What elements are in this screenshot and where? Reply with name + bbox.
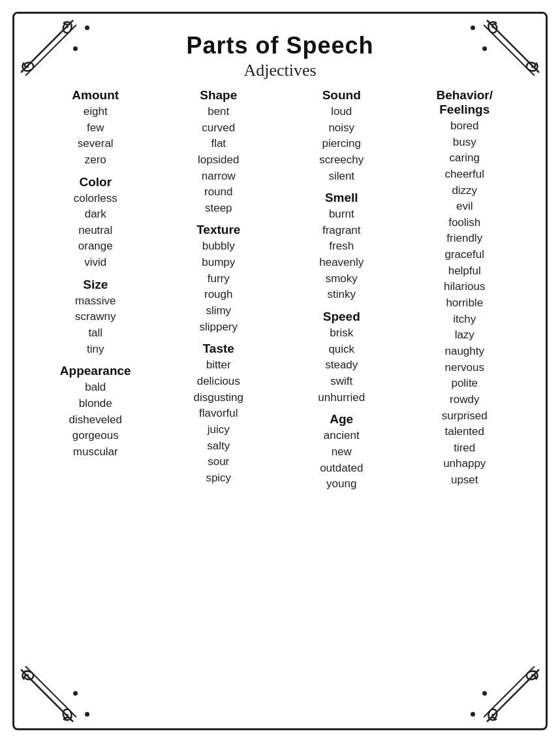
category-title: Smell	[284, 191, 399, 205]
word-item: horrible	[407, 295, 523, 312]
word-item: orange	[38, 238, 153, 255]
word-item: juicy	[161, 422, 277, 438]
word-item: smoky	[284, 271, 399, 287]
word-item: upset	[407, 472, 523, 489]
word-item: flat	[161, 136, 277, 152]
word-item: loud	[284, 104, 399, 120]
category-shape: Shapebentcurvedflatlopsidednarrowroundst…	[161, 88, 277, 216]
word-item: rowdy	[407, 392, 523, 408]
word-item: sour	[161, 454, 277, 470]
word-item: helpful	[407, 263, 523, 280]
dot-decoration	[85, 25, 89, 30]
word-item: stinky	[284, 287, 399, 303]
page-header: Parts of Speech Adjectives	[34, 32, 526, 80]
word-item: slimy	[161, 303, 277, 319]
content-columns: AmounteightfewseveralzeroColorcolorlessd…	[34, 88, 526, 715]
svg-line-6	[487, 669, 539, 722]
word-item: steep	[161, 201, 277, 217]
word-item: furry	[161, 271, 277, 287]
column-2: Shapebentcurvedflatlopsidednarrowroundst…	[157, 88, 281, 715]
word-item: talented	[407, 424, 523, 440]
word-item: neutral	[38, 223, 153, 239]
word-item: steady	[284, 357, 399, 374]
word-item: zero	[38, 152, 153, 169]
word-item: screechy	[284, 152, 399, 169]
word-item: slippery	[161, 319, 277, 336]
word-item: quick	[284, 342, 399, 358]
category-title: Color	[38, 175, 153, 189]
word-item: caring	[407, 150, 523, 167]
word-item: burnt	[284, 206, 399, 223]
word-item: few	[38, 120, 153, 137]
corner-decoration-br	[484, 666, 542, 725]
category-title: Sound	[284, 88, 399, 103]
word-item: rough	[161, 287, 277, 303]
word-item: friendly	[407, 231, 523, 247]
column-4: Behavior/ Feelingsboredbusycaringcheerfu…	[403, 88, 527, 715]
category-texture: Texturebubblybumpyfurryroughslimyslipper…	[161, 223, 277, 335]
word-item: bored	[407, 118, 523, 135]
category-appearance: Appearancebaldblondedisheveledgorgeousmu…	[38, 364, 153, 460]
word-item: bumpy	[161, 255, 277, 271]
corner-decoration-tr	[484, 17, 542, 76]
category-title: Amount	[38, 88, 153, 103]
category-color: Colorcolorlessdarkneutralorangevivid	[38, 175, 153, 271]
category-title: Behavior/ Feelings	[407, 88, 523, 117]
word-item: heavenly	[284, 255, 399, 271]
word-item: colorless	[38, 191, 153, 207]
column-3: SoundloudnoisypiercingscreechysilentSmel…	[280, 88, 403, 715]
word-item: busy	[407, 135, 523, 151]
word-item: evil	[407, 199, 523, 215]
svg-line-0	[21, 20, 73, 73]
category-smell: Smellburntfragrantfreshheavenlysmokystin…	[284, 191, 399, 303]
word-item: eight	[38, 104, 153, 120]
word-item: bent	[161, 104, 277, 120]
word-item: naughty	[407, 344, 523, 360]
dot-decoration	[471, 712, 475, 717]
dot-decoration	[73, 46, 78, 51]
corner-decoration-tl	[18, 17, 76, 76]
word-item: cheerful	[407, 167, 523, 183]
word-item: delicious	[161, 374, 277, 390]
category-title: Taste	[161, 342, 277, 356]
word-item: lazy	[407, 327, 523, 344]
page-title: Parts of Speech	[34, 32, 526, 59]
word-item: surprised	[407, 408, 523, 425]
category-behavior--feelings: Behavior/ Feelingsboredbusycaringcheerfu…	[407, 88, 523, 489]
page: Parts of Speech Adjectives Amounteightfe…	[12, 12, 548, 730]
word-item: young	[284, 476, 399, 492]
dot-decoration	[482, 46, 487, 51]
category-title: Shape	[161, 88, 277, 103]
word-item: lopsided	[161, 152, 277, 169]
word-item: unhurried	[284, 390, 399, 406]
column-1: AmounteightfewseveralzeroColorcolorlessd…	[34, 88, 157, 715]
word-item: scrawny	[38, 309, 153, 325]
word-item: ancient	[284, 428, 399, 444]
word-item: dark	[38, 206, 153, 223]
word-item: fragrant	[284, 223, 399, 239]
word-item: disgusting	[161, 390, 277, 406]
word-item: spicy	[161, 470, 277, 487]
word-item: narrow	[161, 169, 277, 185]
word-item: polite	[407, 376, 523, 392]
word-item: salty	[161, 438, 277, 455]
word-item: vivid	[38, 255, 153, 271]
word-item: silent	[284, 169, 399, 185]
category-title: Speed	[284, 310, 399, 324]
word-item: disheveled	[38, 412, 153, 428]
dot-decoration	[85, 712, 89, 717]
word-item: muscular	[38, 444, 153, 460]
dot-decoration	[471, 25, 475, 30]
word-item: noisy	[284, 120, 399, 137]
word-item: brisk	[284, 325, 399, 342]
word-item: swift	[284, 374, 399, 390]
word-item: hilarious	[407, 279, 523, 295]
category-amount: Amounteightfewseveralzero	[38, 88, 153, 169]
category-sound: Soundloudnoisypiercingscreechysilent	[284, 88, 399, 184]
page-subtitle: Adjectives	[34, 61, 526, 80]
category-age: Ageancientnewoutdatedyoung	[284, 412, 399, 492]
dot-decoration	[482, 691, 487, 696]
word-item: bitter	[161, 357, 277, 374]
word-item: nervous	[407, 360, 523, 376]
word-item: itchy	[407, 312, 523, 328]
